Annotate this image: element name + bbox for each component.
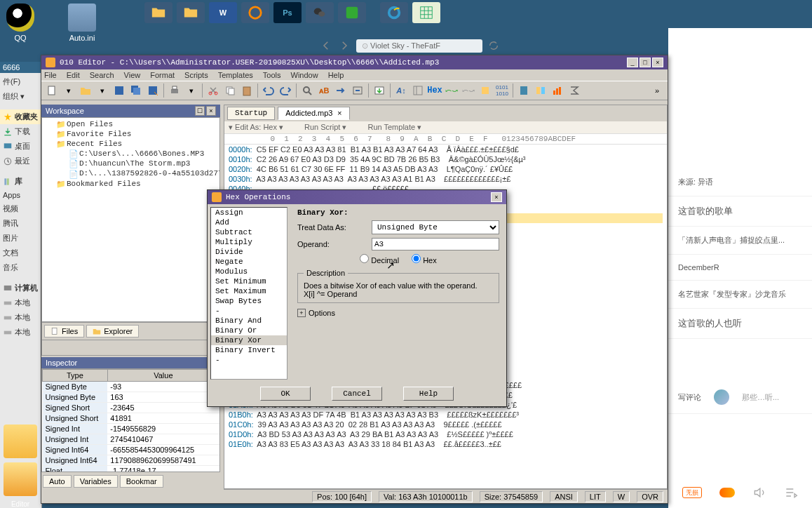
- op-item[interactable]: Binary Invert: [211, 345, 287, 355]
- hex-row[interactable]: 01B0h: A3 A3 A3 A3 A3 DF 7A 4B B1 A3 A3 …: [229, 410, 663, 420]
- export-icon[interactable]: [372, 83, 387, 98]
- highlight-icon[interactable]: [478, 83, 493, 98]
- find-icon[interactable]: [299, 83, 315, 98]
- menu-search[interactable]: Search: [90, 71, 114, 79]
- print-drop[interactable]: ▾: [184, 83, 199, 98]
- taskbar-ie[interactable]: [380, 2, 408, 23]
- maximize-button[interactable]: □: [640, 58, 651, 67]
- operations-list[interactable]: AssignAddSubtractMultiplyDivideNegateMod…: [210, 207, 287, 380]
- variables-tab[interactable]: Variables: [74, 475, 118, 488]
- files-tab[interactable]: Files: [44, 325, 84, 337]
- workspace-item[interactable]: 📄D:\huancun\The Storm.mp3: [43, 159, 218, 168]
- open-icon[interactable]: [78, 83, 93, 98]
- binary-icon[interactable]: 01011010: [494, 83, 510, 98]
- print-icon[interactable]: [167, 83, 182, 98]
- tab-addicted[interactable]: Addicted.mp3 ×: [278, 107, 349, 120]
- write-comment[interactable]: 写评论 那些…听...: [668, 381, 812, 414]
- op-item[interactable]: Modulus: [211, 267, 287, 276]
- inspector-row[interactable]: Unsigned Int6411790889620699587491: [43, 455, 219, 466]
- op-item[interactable]: Set Maximum: [211, 286, 287, 296]
- op-item[interactable]: Binary And: [211, 316, 287, 326]
- desktop-icon-autoini[interactable]: Auto.ini: [65, 4, 99, 42]
- op-item[interactable]: Binary Or: [211, 326, 287, 335]
- goto2-icon[interactable]: [350, 83, 365, 98]
- sidebar-desktop[interactable]: 桌面: [0, 139, 41, 154]
- hex-radio[interactable]: Hex: [412, 254, 437, 265]
- menu-edit[interactable]: Edit: [67, 71, 80, 79]
- menu-format[interactable]: Format: [150, 71, 175, 79]
- hex-row[interactable]: 0020h: 4C B6 51 61 C7 30 6E FF 11 B9 14 …: [229, 164, 663, 174]
- dialog-close-button[interactable]: ×: [491, 192, 502, 202]
- inspector-row[interactable]: Signed Int-1549556829: [43, 424, 219, 434]
- hex-row[interactable]: 01C0h: 39 A3 A3 A3 A3 A3 A3 20 02 28 B1 …: [229, 420, 663, 429]
- sidebar-recent[interactable]: 最近: [0, 154, 41, 168]
- tpl2-icon[interactable]: ⤺⤻: [461, 83, 476, 98]
- hex-row[interactable]: 01D0h: A3 BD 53 A3 A3 A3 A3 A3 A3 29 BA …: [229, 429, 663, 439]
- cut-icon[interactable]: [205, 83, 221, 98]
- saveall-icon[interactable]: [128, 83, 144, 98]
- help-button[interactable]: Help: [403, 387, 454, 401]
- nav-fwd-icon[interactable]: [338, 39, 351, 52]
- op-item[interactable]: -: [211, 306, 287, 316]
- edit-as-dropdown[interactable]: Edit As: Hex ▾: [235, 123, 283, 131]
- copy-icon[interactable]: [222, 83, 238, 98]
- inspector-row[interactable]: Float-1.77418e-17: [43, 466, 219, 473]
- sidebar-org[interactable]: 组织 ▾: [0, 89, 41, 104]
- menu-tools[interactable]: Tools: [263, 71, 281, 79]
- save-icon[interactable]: [111, 83, 127, 98]
- sidebar-lib[interactable]: 库: [0, 174, 41, 189]
- sidebar-comp[interactable]: 计算机: [0, 281, 41, 295]
- decimal-radio[interactable]: Decimal: [360, 254, 399, 265]
- ok-button[interactable]: OK: [260, 387, 311, 401]
- workspace-item[interactable]: 📁Recent Files: [43, 139, 218, 149]
- dock-folder[interactable]: [4, 425, 37, 458]
- sidebar-video[interactable]: 视频: [0, 201, 41, 216]
- saveas-icon[interactable]: [145, 83, 161, 98]
- auto-tab[interactable]: Auto: [43, 475, 72, 488]
- title-bar[interactable]: 010 Editor - C:\\Users\\Administrator.US…: [41, 55, 668, 69]
- workspace-item[interactable]: 📁Bookmarked Files: [43, 179, 218, 189]
- menu-window[interactable]: Window: [291, 71, 318, 79]
- inspector-row[interactable]: Unsigned Short41891: [43, 413, 219, 424]
- treat-data-select[interactable]: Unsigned Byte: [372, 220, 499, 234]
- taskbar-excel[interactable]: [412, 2, 440, 23]
- hist-icon[interactable]: [550, 83, 565, 98]
- music-item-1[interactable]: 「清新人声电音」捕捉皎点里...: [668, 227, 812, 255]
- inspector-row[interactable]: Signed Short-23645: [43, 403, 219, 413]
- operand-input[interactable]: [372, 238, 499, 250]
- sidebar-doc[interactable]: 文档: [0, 246, 41, 260]
- taskbar-green[interactable]: [338, 2, 366, 23]
- op-item[interactable]: Binary Xor: [211, 335, 287, 345]
- new-icon[interactable]: [44, 83, 60, 98]
- panel-close-button[interactable]: ×: [206, 106, 216, 116]
- new-drop-icon[interactable]: ▾: [61, 83, 76, 98]
- run-template-dropdown[interactable]: Run Template ▾: [367, 123, 421, 132]
- menu-scripts[interactable]: Scripts: [184, 71, 208, 79]
- minimize-button[interactable]: _: [627, 58, 638, 67]
- goto-icon[interactable]: [333, 83, 349, 98]
- redo-icon[interactable]: [278, 83, 293, 98]
- taskbar-photoshop[interactable]: Ps: [273, 2, 302, 23]
- lossless-badge[interactable]: 无损: [682, 487, 702, 498]
- options-expand[interactable]: +Options: [297, 309, 499, 317]
- inspector-row[interactable]: Signed Byte-93: [43, 382, 219, 392]
- volume-icon[interactable]: [752, 486, 766, 500]
- font-icon[interactable]: A↕: [393, 83, 409, 98]
- tab-startup[interactable]: Startup: [227, 107, 275, 120]
- dialog-title-bar[interactable]: Hex Operations ×: [208, 190, 506, 204]
- desktop-icon-qq[interactable]: QQ: [4, 4, 37, 42]
- sidebar-drive2[interactable]: 本地: [0, 310, 41, 325]
- playlist-icon[interactable]: [784, 486, 798, 500]
- vip-badge[interactable]: [719, 488, 735, 497]
- hex-row[interactable]: 0030h: A3 A3 A3 A3 A3 A3 A3 A3 A3 A3 A3 …: [229, 174, 663, 184]
- calc-icon[interactable]: [516, 83, 532, 98]
- sidebar-pic[interactable]: 图片: [0, 231, 41, 246]
- close-button[interactable]: ×: [652, 58, 663, 67]
- inspector-row[interactable]: Signed Int64-6655854453009964125: [43, 445, 219, 455]
- hex-row[interactable]: 0000h: C5 EF C2 E0 A3 A3 A3 81 B1 A3 B1 …: [229, 145, 663, 154]
- taskbar-orangecircle[interactable]: [241, 2, 269, 23]
- menu-view[interactable]: View: [124, 71, 141, 79]
- menu-templates[interactable]: Templates: [218, 71, 253, 79]
- undo-icon[interactable]: [261, 83, 276, 98]
- hex-row[interactable]: 01E0h: A3 A3 83 E5 A3 A3 A3 A3 A3 A3 33 …: [229, 439, 663, 449]
